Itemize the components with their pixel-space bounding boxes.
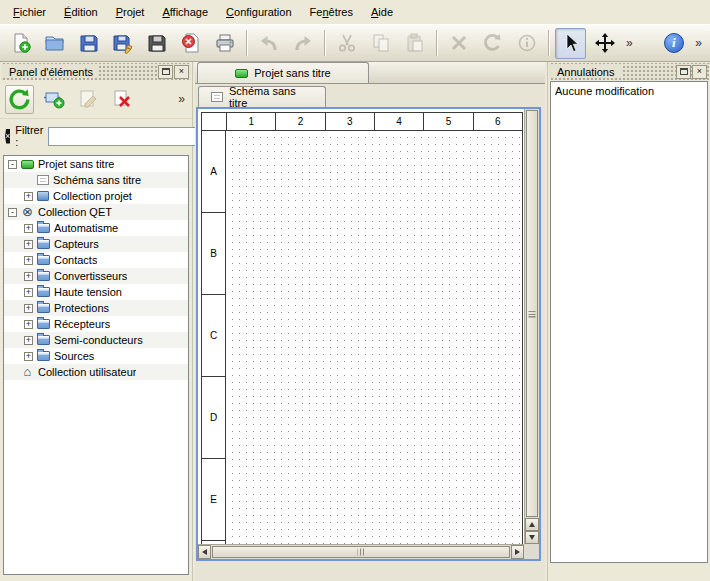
menu-fichier[interactable]: Fichier <box>4 0 55 24</box>
tab-projet-sans-titre[interactable]: Projet sans titre <box>197 62 369 83</box>
menu-label-post: ichier <box>20 6 46 18</box>
expand-icon[interactable]: + <box>24 192 33 201</box>
toolbar-separator <box>436 30 437 56</box>
expand-icon[interactable]: + <box>24 352 33 361</box>
paste-button[interactable] <box>399 28 430 59</box>
delete-element-button[interactable] <box>107 85 136 114</box>
toolbar-overflow-icon-2[interactable]: » <box>692 36 705 50</box>
toolbar-separator <box>548 30 549 56</box>
menu-label: Fenêtres <box>310 6 353 18</box>
menu-label-key: C <box>226 6 234 18</box>
tree-item-haute-tension[interactable]: +Haute tension <box>4 284 188 300</box>
vscroll-thumb[interactable] <box>526 110 538 517</box>
expand-icon[interactable]: + <box>24 272 33 281</box>
select-mode-button[interactable] <box>555 28 586 59</box>
tree-item-schema[interactable]: Schéma sans titre <box>4 172 188 188</box>
collapse-icon[interactable]: - <box>8 160 17 169</box>
menu-configuration[interactable]: Configuration <box>217 0 300 24</box>
tree-item-collection-projet[interactable]: +Collection projet <box>4 188 188 204</box>
save-button[interactable] <box>73 28 104 59</box>
cut-button[interactable] <box>331 28 362 59</box>
about-qet-button[interactable]: i <box>658 28 689 59</box>
undo-button[interactable] <box>253 28 284 59</box>
delete-button[interactable] <box>443 28 474 59</box>
new-document-button[interactable] <box>5 28 36 59</box>
vertical-scrollbar[interactable] <box>524 109 539 544</box>
expand-icon[interactable]: + <box>24 288 33 297</box>
tree-item-recepteurs[interactable]: +Récepteurs <box>4 316 188 332</box>
undo-history-dock: Annulations × Aucune modification <box>547 62 710 581</box>
hscroll-track[interactable] <box>211 545 511 559</box>
tree-item-capteurs[interactable]: +Capteurs <box>4 236 188 252</box>
scroll-right-button[interactable] <box>511 545 524 559</box>
tree-item-sources[interactable]: +Sources <box>4 348 188 364</box>
menu-affichage[interactable]: Affichage <box>153 0 217 24</box>
close-panel-button[interactable]: × <box>692 65 707 79</box>
tree-item-contacts[interactable]: +Contacts <box>4 252 188 268</box>
folder-icon <box>37 223 50 233</box>
save-all-button[interactable] <box>141 28 172 59</box>
elements-panel-dock: Panel d'éléments × » <box>0 62 193 581</box>
ruler-row-label: A <box>202 131 225 213</box>
drawing-grid[interactable] <box>226 131 522 544</box>
undo-panel-header[interactable]: Annulations × <box>549 63 709 80</box>
reload-collections-button[interactable] <box>5 85 34 114</box>
edit-element-icon <box>77 88 99 110</box>
toolbar-separator <box>324 30 325 56</box>
vscroll-track[interactable] <box>525 109 539 518</box>
scroll-down-button[interactable] <box>525 531 539 544</box>
menu-projet[interactable]: Projet <box>107 0 154 24</box>
new-document-icon <box>10 32 32 54</box>
clear-filter-button[interactable]: × <box>5 129 10 144</box>
schema-viewport[interactable]: 1 2 3 4 5 6 A B C <box>198 109 524 544</box>
save-as-button[interactable] <box>107 28 138 59</box>
scrollbar-corner <box>524 544 539 559</box>
menu-edition[interactable]: Édition <box>55 0 107 24</box>
toolbar-overflow-icon[interactable]: » <box>623 36 636 50</box>
tree-item-project[interactable]: -Projet sans titre <box>4 156 188 172</box>
tree-item-protections[interactable]: +Protections <box>4 300 188 316</box>
tree-item-collection-qet[interactable]: -⊗Collection QET <box>4 204 188 220</box>
collapse-icon[interactable]: - <box>8 208 17 217</box>
tree-item-convertisseurs[interactable]: +Convertisseurs <box>4 268 188 284</box>
expand-icon[interactable]: + <box>24 256 33 265</box>
float-panel-button[interactable] <box>676 65 691 79</box>
close-panel-button[interactable]: × <box>174 65 189 79</box>
panel-overflow-icon[interactable]: » <box>175 92 188 106</box>
rotate-button[interactable] <box>477 28 508 59</box>
tree-item-label: Collection projet <box>53 190 132 202</box>
expand-icon[interactable]: + <box>24 336 33 345</box>
scroll-up-button[interactable] <box>525 518 539 531</box>
expand-icon[interactable]: + <box>24 304 33 313</box>
menu-fenetres[interactable]: Fenêtres <box>301 0 362 24</box>
reload-icon <box>7 87 32 112</box>
edit-info-button[interactable] <box>511 28 542 59</box>
print-button[interactable] <box>209 28 240 59</box>
expand-icon[interactable]: + <box>24 320 33 329</box>
new-element-button[interactable] <box>39 85 68 114</box>
info-letter: i <box>672 35 676 51</box>
menu-aide[interactable]: Aide <box>362 0 402 24</box>
ruler-column-label: 5 <box>423 113 472 130</box>
copy-button[interactable] <box>365 28 396 59</box>
filter-input[interactable] <box>48 127 198 146</box>
folder-icon <box>37 335 50 345</box>
arrow-right-icon <box>515 549 520 555</box>
tree-item-semi-conducteurs[interactable]: +Semi-conducteurs <box>4 332 188 348</box>
scroll-left-button[interactable] <box>198 545 211 559</box>
expand-icon[interactable]: + <box>24 240 33 249</box>
edit-element-button[interactable] <box>73 85 102 114</box>
close-document-button[interactable] <box>175 28 206 59</box>
horizontal-scrollbar[interactable] <box>198 544 524 559</box>
pan-mode-button[interactable] <box>589 28 620 59</box>
elements-panel-header[interactable]: Panel d'éléments × <box>1 63 191 80</box>
tree-item-automatisme[interactable]: +Automatisme <box>4 220 188 236</box>
redo-button[interactable] <box>287 28 318 59</box>
float-panel-button[interactable] <box>158 65 173 79</box>
tab-schema-sans-titre[interactable]: Schéma sans titre <box>198 86 326 107</box>
hscroll-thumb[interactable] <box>212 546 510 558</box>
tree-item-collection-utilisateur[interactable]: ⌂Collection utilisateur <box>4 364 188 380</box>
expand-icon[interactable]: + <box>24 224 33 233</box>
open-project-button[interactable] <box>39 28 70 59</box>
undo-list[interactable]: Aucune modification <box>550 81 708 563</box>
